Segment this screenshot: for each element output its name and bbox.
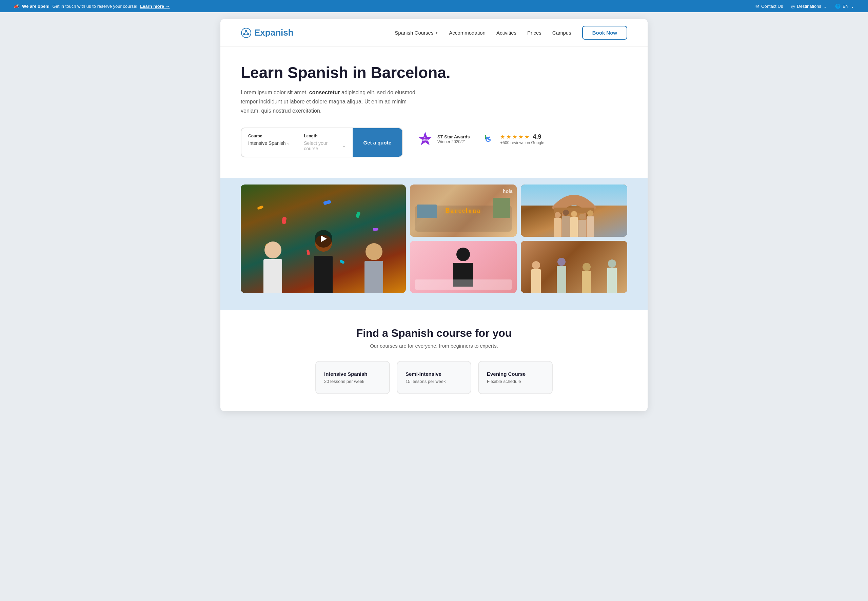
course-chevron-icon: ⌄ xyxy=(286,141,290,145)
barcelona-sign-text: Barcelona xyxy=(446,207,481,214)
st-award-subtitle: Winner 2020/21 xyxy=(437,139,470,144)
chevron-spanish-courses: ▼ xyxy=(435,31,438,35)
st-award-title: ST Star Awards xyxy=(437,134,470,139)
quote-form: Course Intensive Spanish ⌄ Length Select… xyxy=(241,128,403,157)
people-group xyxy=(241,212,406,293)
star-1: ★ xyxy=(500,134,505,140)
main-nav: Spanish Courses ▼ Accommodation Activiti… xyxy=(395,26,627,40)
hola-text: hola xyxy=(503,189,513,194)
length-value-row: Select your course ⌄ xyxy=(304,140,346,151)
svg-point-0 xyxy=(241,28,251,38)
gallery-group-photo[interactable] xyxy=(521,241,627,293)
gallery-barcelona-interior[interactable]: Barcelona hola xyxy=(410,185,516,237)
course-card-name-1: Intensive Spanish xyxy=(324,371,381,377)
chevron-down-icon-lang: ⌄ xyxy=(851,4,854,9)
find-course-title: Find a Spanish course for you xyxy=(241,327,627,340)
logo-icon xyxy=(241,27,251,38)
st-award: STSTAR ST Star Awards Winner 2020/21 xyxy=(416,130,470,148)
rating-number: 4.9 xyxy=(533,133,541,140)
nav-spanish-courses[interactable]: Spanish Courses ▼ xyxy=(395,30,438,36)
gallery-col-3 xyxy=(521,185,627,293)
st-badge-text: STSTAR xyxy=(420,137,430,142)
course-card-desc-1: 20 lessons per week xyxy=(324,379,381,384)
google-icon: G xyxy=(483,132,497,146)
awards-row: STSTAR ST Star Awards Winner 2020/21 G xyxy=(416,130,544,148)
decor-dot-3 xyxy=(323,200,331,205)
reviews-count: +500 reviews on Google xyxy=(500,140,544,145)
gallery-arch-monument[interactable] xyxy=(521,185,627,237)
location-icon: ◎ xyxy=(791,4,795,9)
length-placeholder: Select your course xyxy=(304,140,342,151)
logo[interactable]: Expanish xyxy=(241,27,294,38)
video-play-button[interactable] xyxy=(315,230,332,247)
nav-accommodation[interactable]: Accommodation xyxy=(449,30,486,36)
star-3: ★ xyxy=(512,134,517,140)
course-card-name-3: Evening Course xyxy=(487,371,544,377)
site-wrapper: Expanish Spanish Courses ▼ Accommodation… xyxy=(221,19,647,411)
find-course-subtitle: Our courses are for everyone, from begin… xyxy=(241,343,627,349)
globe-icon: 🌐 xyxy=(835,4,841,9)
contact-us-link[interactable]: ✉ Contact Us xyxy=(755,4,783,9)
gallery-grid: Barcelona hola xyxy=(221,185,647,310)
gallery-section: Barcelona hola xyxy=(221,178,647,310)
gallery-classroom[interactable] xyxy=(410,241,516,293)
mail-icon: ✉ xyxy=(755,4,759,9)
gallery-col-2: Barcelona hola xyxy=(410,185,516,293)
svg-line-4 xyxy=(244,31,246,34)
course-field[interactable]: Course Intensive Spanish ⌄ xyxy=(241,128,297,157)
google-review: G ★ ★ ★ ★ ★ 4.9 + xyxy=(483,132,544,146)
book-now-button[interactable]: Book Now xyxy=(582,26,627,40)
announcement-left: 📣 We are open! Get in touch with us to r… xyxy=(14,3,170,9)
learn-more-link[interactable]: Learn more → xyxy=(140,4,169,9)
chevron-down-icon: ⌄ xyxy=(823,4,827,9)
logo-text: Expanish xyxy=(254,27,294,38)
nav-activities[interactable]: Activities xyxy=(496,30,516,36)
course-card-desc-2: 15 lessons per week xyxy=(405,379,463,384)
course-value-row: Intensive Spanish ⌄ xyxy=(248,140,290,146)
hero-form-awards: Course Intensive Spanish ⌄ Length Select… xyxy=(241,128,627,164)
hero-title: Learn Spanish in Barcelona. xyxy=(241,64,627,82)
course-card-desc-3: Flexible schedule xyxy=(487,379,544,384)
course-cards-row: Intensive Spanish 20 lessons per week Se… xyxy=(241,361,627,394)
get-quote-button[interactable]: Get a quote xyxy=(353,128,402,157)
play-triangle-icon xyxy=(321,235,327,242)
stars-row: ★ ★ ★ ★ ★ 4.9 xyxy=(500,133,544,140)
svg-line-5 xyxy=(246,31,248,34)
nav-prices[interactable]: Prices xyxy=(527,30,542,36)
star-2: ★ xyxy=(506,134,511,140)
find-course-section: Find a Spanish course for you Our course… xyxy=(221,310,647,411)
megaphone-icon: 📣 xyxy=(14,3,19,9)
course-label: Course xyxy=(248,134,290,138)
stars-rating: ★ ★ ★ ★ ★ 4.9 +500 reviews on Google xyxy=(500,133,544,145)
star-4: ★ xyxy=(518,134,523,140)
gallery-main-bg xyxy=(241,185,406,293)
announcement-body: Get in touch with us to reserve your cou… xyxy=(52,4,137,9)
award-text: ST Star Awards Winner 2020/21 xyxy=(437,134,470,144)
open-text: We are open! xyxy=(22,4,50,9)
course-card-2[interactable]: Semi-Intensive 15 lessons per week xyxy=(397,361,471,394)
hero-section: Learn Spanish in Barcelona. Lorem ipsum … xyxy=(221,47,647,164)
decor-dot-1 xyxy=(257,206,264,210)
nav-campus[interactable]: Campus xyxy=(552,30,571,36)
announcement-bar: 📣 We are open! Get in touch with us to r… xyxy=(0,0,868,12)
person-1 xyxy=(263,241,282,293)
course-card-3[interactable]: Evening Course Flexible schedule xyxy=(478,361,553,394)
site-header: Expanish Spanish Courses ▼ Accommodation… xyxy=(221,19,647,47)
language-selector[interactable]: 🌐 EN ⌄ xyxy=(835,4,854,9)
course-card-1[interactable]: Intensive Spanish 20 lessons per week xyxy=(315,361,390,394)
st-badge: STSTAR xyxy=(416,130,434,148)
destinations-link[interactable]: ◎ Destinations ⌄ xyxy=(791,4,827,9)
length-field[interactable]: Length Select your course ⌄ xyxy=(297,128,352,157)
person-3 xyxy=(364,243,383,293)
length-label: Length xyxy=(304,134,346,138)
length-chevron-icon: ⌄ xyxy=(343,143,346,148)
announcement-right: ✉ Contact Us ◎ Destinations ⌄ 🌐 EN ⌄ xyxy=(755,4,854,9)
gallery-main-image[interactable] xyxy=(241,185,406,293)
star-5: ★ xyxy=(525,134,529,140)
hero-subtitle: Lorem ipsum dolor sit amet, consectetur … xyxy=(241,88,417,116)
course-value: Intensive Spanish xyxy=(248,140,286,146)
course-card-name-2: Semi-Intensive xyxy=(405,371,463,377)
